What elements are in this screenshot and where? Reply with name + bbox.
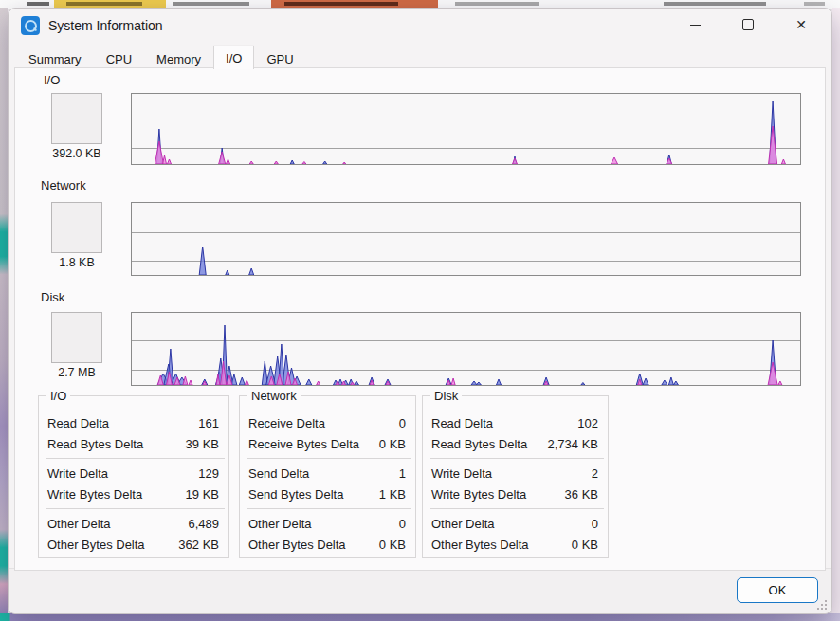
window-controls: [668, 9, 828, 41]
stat-value: 161: [198, 416, 219, 430]
close-icon: [795, 18, 807, 31]
stat-row: Other Delta0: [240, 513, 415, 534]
stat-value: 129: [198, 466, 219, 481]
stat-row: Read Bytes Delta39 KB: [39, 433, 228, 454]
stat-row: Write Delta2: [423, 463, 608, 484]
group-separator: [430, 508, 604, 509]
stat-row: Receive Delta0: [240, 412, 415, 433]
stat-value: 0: [399, 416, 406, 430]
stat-value: 2: [592, 466, 598, 481]
group-separator: [430, 458, 604, 459]
background-text-fragment: [455, 2, 539, 6]
maximize-button[interactable]: [721, 9, 775, 41]
ok-button[interactable]: OK: [737, 577, 818, 603]
stat-label: Send Bytes Delta: [248, 487, 343, 502]
stat-label: Other Delta: [431, 517, 494, 531]
stat-row: Write Bytes Delta19 KB: [39, 484, 228, 504]
disk-section-label: Disk: [41, 290, 64, 304]
stat-label: Read Delta: [47, 416, 109, 430]
network-current-box: [51, 202, 102, 253]
io-stats-groupbox: I/O Read Delta161Read Bytes Delta39 KBWr…: [38, 395, 229, 558]
io-current-box: [51, 93, 102, 144]
stat-row: Read Bytes Delta2,734 KB: [423, 433, 608, 454]
dialog-footer: OK: [9, 568, 831, 613]
stat-value: 1: [399, 466, 406, 481]
stat-value: 0 KB: [379, 437, 406, 451]
background-text-fragment: [66, 2, 142, 6]
tab-gpu[interactable]: GPU: [254, 48, 305, 68]
stat-row: Send Bytes Delta1 KB: [240, 484, 415, 504]
group-separator: [247, 458, 411, 459]
stat-row: Write Bytes Delta36 KB: [423, 484, 608, 504]
stat-row: Other Delta6,489: [39, 513, 228, 534]
stat-label: Read Delta: [431, 416, 493, 430]
system-information-window: System Information SummaryCPUMemoryI/OGP…: [8, 8, 832, 614]
stat-label: Write Delta: [47, 466, 108, 481]
stat-row: Other Bytes Delta0 KB: [423, 534, 608, 555]
network-stats-groupbox: Network Receive Delta0Receive Bytes Delt…: [239, 395, 416, 558]
window-title: System Information: [48, 18, 163, 33]
disk-activity-graph: [131, 312, 801, 386]
disk-stats-title: Disk: [430, 389, 462, 403]
title-bar[interactable]: System Information: [9, 9, 831, 43]
stat-label: Write Bytes Delta: [431, 487, 526, 502]
background-text-fragment: [804, 2, 825, 6]
background-text-fragment: [284, 2, 398, 6]
stat-value: 6,489: [188, 517, 219, 531]
io-tab-page: I/O 392.0 KB Network 1.8 KB Disk 2.7 MB …: [14, 67, 826, 571]
stat-label: Other Delta: [47, 517, 110, 531]
close-button[interactable]: [775, 9, 828, 41]
stat-value: 0 KB: [379, 538, 406, 552]
tab-memory[interactable]: Memory: [144, 48, 213, 68]
stat-row: Send Delta1: [240, 463, 415, 484]
disk-current-value: 2.7 MB: [43, 366, 111, 379]
minimize-icon: [690, 25, 701, 26]
stat-value: 39 KB: [186, 437, 219, 451]
stat-value: 19 KB: [186, 487, 219, 502]
stat-row: Receive Bytes Delta0 KB: [240, 433, 415, 454]
stat-row: Write Delta129: [39, 463, 228, 484]
tab-i-o[interactable]: I/O: [213, 46, 254, 69]
stat-label: Send Delta: [248, 466, 309, 481]
io-activity-graph: [131, 93, 801, 165]
stat-value: 0: [399, 517, 406, 531]
tab-cpu[interactable]: CPU: [94, 48, 144, 68]
tab-summary[interactable]: Summary: [16, 48, 94, 68]
group-separator: [46, 508, 225, 509]
stat-label: Other Bytes Delta: [431, 538, 529, 552]
network-activity-graph: [131, 202, 801, 276]
stat-row: Read Delta102: [423, 412, 608, 433]
tab-bar: SummaryCPUMemoryI/OGPU: [16, 46, 306, 68]
stat-row: Other Bytes Delta362 KB: [39, 534, 228, 555]
io-stats-title: I/O: [46, 389, 70, 403]
background-window-right-sliver: [832, 8, 840, 614]
io-section-label: I/O: [44, 73, 60, 87]
stat-label: Write Delta: [431, 466, 492, 481]
disk-stats-groupbox: Disk Read Delta102Read Bytes Delta2,734 …: [422, 395, 609, 558]
group-separator: [247, 508, 411, 509]
background-window-bottom-sliver: [0, 613, 840, 621]
stat-value: 0 KB: [572, 538, 598, 552]
stat-label: Read Bytes Delta: [47, 437, 143, 451]
stat-value: 102: [577, 416, 598, 430]
resize-grip-icon[interactable]: [814, 597, 827, 610]
minimize-button[interactable]: [668, 9, 721, 41]
stat-label: Other Delta: [248, 517, 311, 531]
background-text-fragment: [27, 2, 49, 6]
network-current-value: 1.8 KB: [43, 256, 111, 269]
stat-label: Other Bytes Delta: [47, 538, 145, 552]
network-stats-title: Network: [247, 389, 301, 403]
stat-value: 362 KB: [178, 538, 219, 552]
network-section-label: Network: [41, 178, 86, 192]
stat-row: Other Bytes Delta0 KB: [240, 534, 415, 555]
disk-current-box: [51, 312, 102, 363]
stat-label: Receive Bytes Delta: [248, 437, 359, 451]
maximize-icon: [742, 19, 754, 30]
background-text-fragment: [173, 2, 249, 6]
stat-row: Other Delta0: [423, 513, 608, 534]
stat-value: 36 KB: [565, 487, 598, 502]
stat-row: Read Delta161: [39, 412, 228, 433]
stat-value: 0: [592, 517, 598, 531]
background-text-fragment: [664, 2, 766, 6]
group-separator: [46, 458, 225, 459]
